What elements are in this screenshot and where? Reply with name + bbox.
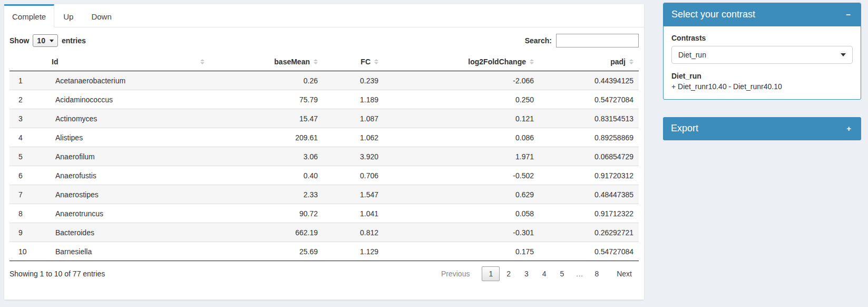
- cell-basemean: 209.61: [210, 128, 323, 147]
- contrast-box-header: Select your contrast −: [664, 3, 861, 26]
- pagination-page-3[interactable]: 3: [518, 266, 535, 281]
- row-number: 3: [9, 109, 46, 128]
- cell-fc: 1.547: [323, 185, 384, 204]
- cell-padj: 0.06854729: [539, 147, 639, 166]
- pagination-page-1[interactable]: 1: [482, 266, 500, 281]
- cell-fc: 0.706: [323, 166, 384, 185]
- sort-icon: [200, 59, 204, 64]
- expand-plus-icon[interactable]: +: [844, 123, 853, 133]
- cell-id: Anaerofilum: [46, 147, 210, 166]
- tab-up[interactable]: Up: [54, 4, 82, 27]
- contrasts-label: Contrasts: [671, 34, 853, 42]
- row-number: 6: [9, 166, 46, 185]
- contrast-select-value: Diet_run: [678, 51, 706, 59]
- cell-log2foldchange: -0.301: [384, 223, 539, 242]
- table-row: 7 Anaerostipes 2.33 1.547 0.629 0.484473…: [9, 185, 639, 204]
- contrast-name: Diet_run: [671, 72, 853, 80]
- export-box: Export +: [663, 117, 861, 140]
- pagination-ellipsis: …: [571, 266, 588, 281]
- cell-log2foldchange: 0.058: [384, 204, 539, 223]
- sort-icon: [629, 59, 633, 64]
- pagination: Previous 1 2 3 4 5 … 8 Next: [434, 266, 639, 281]
- results-panel: Complete Up Down Show 10 entries Search:: [4, 4, 644, 300]
- cell-log2foldchange: 0.250: [384, 90, 539, 109]
- table-row: 1 Acetanaerobacterium 0.26 0.239 -2.066 …: [9, 71, 639, 90]
- contrast-box-body: Contrasts Diet_run Diet_run + Diet_runr1…: [664, 26, 861, 99]
- cell-fc: 1.189: [323, 90, 384, 109]
- table-row: 2 Acidaminococcus 75.79 1.189 0.250 0.54…: [9, 90, 639, 109]
- page-length-value: 10: [37, 36, 45, 45]
- cell-fc: 1.129: [323, 242, 384, 261]
- results-table: Id baseMean FC: [9, 53, 639, 261]
- cell-fc: 1.062: [323, 128, 384, 147]
- cell-padj: 0.54727084: [539, 90, 639, 109]
- page-length-select[interactable]: 10: [33, 34, 58, 47]
- row-number: 2: [9, 90, 46, 109]
- cell-basemean: 3.06: [210, 147, 323, 166]
- table-footer: Showing 1 to 10 of 77 entries Previous 1…: [9, 266, 639, 281]
- column-header-id[interactable]: Id: [46, 53, 210, 71]
- cell-fc: 1.087: [323, 109, 384, 128]
- cell-padj: 0.91712322: [539, 204, 639, 223]
- column-label: baseMean: [274, 57, 310, 66]
- cell-padj: 0.26292721: [539, 223, 639, 242]
- cell-padj: 0.91720312: [539, 166, 639, 185]
- column-header-basemean[interactable]: baseMean: [210, 53, 323, 71]
- cell-id: Barnesiella: [46, 242, 210, 261]
- pagination-previous[interactable]: Previous: [434, 266, 476, 281]
- contrast-box-title: Select your contrast: [671, 9, 755, 20]
- cell-id: Anaerofustis: [46, 166, 210, 185]
- cell-id: Acidaminococcus: [46, 90, 210, 109]
- column-header-padj[interactable]: padj: [539, 53, 639, 71]
- row-number: 4: [9, 128, 46, 147]
- tab-label: Up: [63, 12, 73, 21]
- table-controls: Show 10 entries Search:: [9, 34, 639, 47]
- cell-fc: 3.920: [323, 147, 384, 166]
- column-header-fc[interactable]: FC: [323, 53, 384, 71]
- show-label: Show: [9, 36, 29, 45]
- column-header-log2foldchange[interactable]: log2FoldChange: [384, 53, 539, 71]
- cell-log2foldchange: 1.971: [384, 147, 539, 166]
- caret-down-icon: [50, 40, 54, 42]
- pagination-next[interactable]: Next: [610, 266, 639, 281]
- cell-id: Bacteroides: [46, 223, 210, 242]
- tab-label: Complete: [12, 12, 46, 21]
- cell-log2foldchange: 0.121: [384, 109, 539, 128]
- table-row: 5 Anaerofilum 3.06 3.920 1.971 0.0685472…: [9, 147, 639, 166]
- cell-id: Anaerostipes: [46, 185, 210, 204]
- cell-padj: 0.54727084: [539, 242, 639, 261]
- cell-basemean: 25.69: [210, 242, 323, 261]
- pagination-page-2[interactable]: 2: [500, 266, 518, 281]
- cell-padj: 0.83154513: [539, 109, 639, 128]
- column-header-rownum: [9, 53, 46, 71]
- column-label: log2FoldChange: [468, 57, 526, 66]
- tab-down[interactable]: Down: [82, 4, 120, 27]
- cell-basemean: 0.26: [210, 71, 323, 90]
- tab-label: Down: [91, 12, 111, 21]
- table-row: 6 Anaerofustis 0.40 0.706 -0.502 0.91720…: [9, 166, 639, 185]
- cell-basemean: 75.79: [210, 90, 323, 109]
- table-row: 3 Actinomyces 15.47 1.087 0.121 0.831545…: [9, 109, 639, 128]
- tab-content: Show 10 entries Search:: [4, 27, 644, 286]
- cell-basemean: 15.47: [210, 109, 323, 128]
- contrast-select[interactable]: Diet_run: [671, 46, 853, 64]
- pagination-page-5[interactable]: 5: [553, 266, 571, 281]
- tab-bar: Complete Up Down: [4, 4, 644, 27]
- contrast-formula: + Diet_runr10.40 - Diet_runr40.10: [671, 82, 853, 91]
- table-row: 9 Bacteroides 662.19 0.812 -0.301 0.2629…: [9, 223, 639, 242]
- column-label: FC: [360, 57, 370, 66]
- search-label: Search:: [525, 36, 552, 45]
- column-label: Id: [52, 57, 58, 66]
- table-row: 8 Anaerotruncus 90.72 1.041 0.058 0.9171…: [9, 204, 639, 223]
- cell-padj: 0.48447385: [539, 185, 639, 204]
- cell-padj: 0.89258869: [539, 128, 639, 147]
- cell-id: Acetanaerobacterium: [46, 71, 210, 90]
- sort-icon: [314, 59, 318, 64]
- pagination-page-4[interactable]: 4: [535, 266, 553, 281]
- cell-log2foldchange: 0.086: [384, 128, 539, 147]
- collapse-minus-icon[interactable]: −: [844, 9, 853, 20]
- cell-basemean: 90.72: [210, 204, 323, 223]
- tab-complete[interactable]: Complete: [4, 4, 54, 27]
- search-input[interactable]: [556, 34, 639, 47]
- pagination-page-8[interactable]: 8: [588, 266, 606, 281]
